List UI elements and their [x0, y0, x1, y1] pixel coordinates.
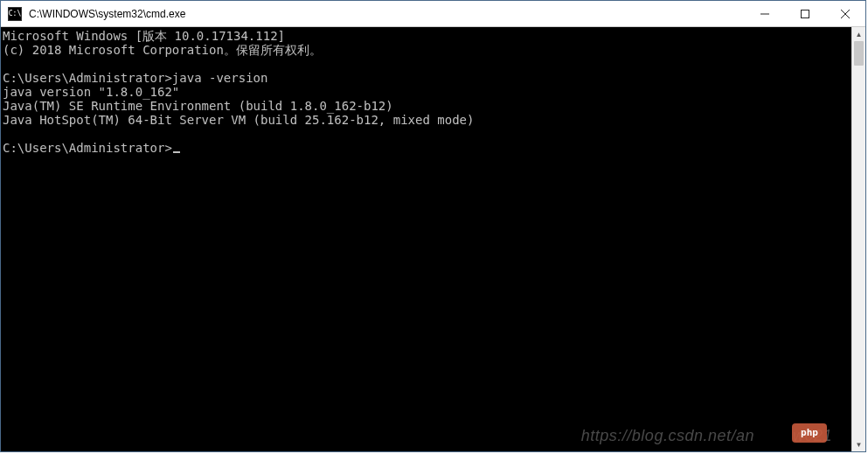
- line: Java HotSpot(TM) 64-Bit Server VM (build…: [3, 113, 474, 127]
- prompt: C:\Users\Administrator>: [3, 141, 172, 155]
- scroll-thumb[interactable]: [854, 41, 864, 66]
- line: (c) 2018 Microsoft Corporation。保留所有权利。: [3, 43, 322, 57]
- maximize-button[interactable]: [785, 1, 825, 26]
- line: java version "1.8.0_162": [3, 85, 179, 99]
- scroll-track[interactable]: [852, 41, 865, 437]
- titlebar[interactable]: C:\ C:\WINDOWS\system32\cmd.exe: [1, 1, 865, 27]
- content-area: Microsoft Windows [版本 10.0.17134.112] (c…: [1, 27, 865, 451]
- line: C:\Users\Administrator>java -version: [3, 71, 267, 85]
- watermark-text: https://blog.csdn.net/an w021: [581, 429, 832, 443]
- line: Java(TM) SE Runtime Environment (build 1…: [3, 99, 393, 113]
- cursor: [173, 151, 180, 153]
- line: Microsoft Windows [版本 10.0.17134.112]: [3, 29, 285, 43]
- minimize-button[interactable]: [745, 1, 785, 26]
- window-title: C:\WINDOWS\system32\cmd.exe: [27, 8, 745, 20]
- window-controls: [745, 1, 865, 26]
- cmd-window: C:\ C:\WINDOWS\system32\cmd.exe Microsof…: [0, 0, 866, 452]
- scroll-up-button[interactable]: ▲: [852, 27, 865, 41]
- scroll-down-button[interactable]: ▼: [852, 437, 865, 451]
- vertical-scrollbar[interactable]: ▲ ▼: [851, 27, 865, 451]
- app-icon: C:\: [8, 7, 22, 21]
- terminal-output[interactable]: Microsoft Windows [版本 10.0.17134.112] (c…: [1, 27, 851, 451]
- close-button[interactable]: [825, 1, 865, 26]
- watermark-badge: php: [792, 423, 827, 443]
- svg-rect-1: [802, 10, 809, 17]
